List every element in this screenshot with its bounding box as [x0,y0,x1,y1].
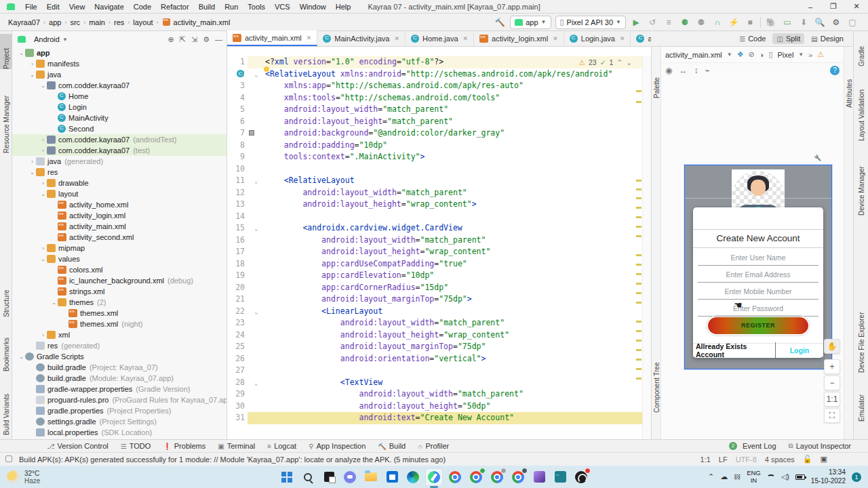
card-view[interactable]: Create New Account Enter User NameEnter … [693,207,823,358]
chevron-icon[interactable]: › [28,159,36,165]
line-ending[interactable]: LF [719,455,728,464]
tree-item-com-codder-kayraa07[interactable]: ⌄com.codder.kayraa07 [12,80,226,91]
chevron-icon[interactable]: › [39,245,47,251]
warning-stripe-mark[interactable] [636,359,642,361]
sdk-manager-icon[interactable]: ⬇ [797,16,810,28]
code-line-31[interactable]: 31 android:text="Create New Account" [227,412,651,424]
code-line-4[interactable]: 4 xmlns:tools="http://schemas.android.co… [227,92,651,104]
tree-item-manifests[interactable]: ›manifests [12,58,226,69]
menu-vcs[interactable]: VCS [270,0,295,14]
warning-stripe-mark[interactable] [636,180,642,182]
fold-icon[interactable]: ⌄ [254,306,258,319]
preview-file-dropdown[interactable]: activity_main.xml [665,51,722,59]
chevron-icon[interactable]: ⌄ [28,72,36,78]
taskbar-edge[interactable] [405,469,421,485]
code-line-9[interactable]: 9 tools:context=".MainActivity"> [227,151,651,163]
close-button[interactable]: ✕ [845,0,868,14]
intention-bulb-icon[interactable] [264,66,269,72]
battery-icon[interactable] [795,474,805,480]
tree-item-mipmap[interactable]: ›mipmap [12,243,226,253]
menu-navigate[interactable]: Navigate [90,0,128,14]
chevron-icon[interactable]: › [39,137,47,143]
design-surface-icon[interactable]: ❖ [737,50,744,59]
taskbar-teal-app[interactable] [552,469,568,485]
code-line-22[interactable]: 22⌄ <LinearLayout [227,306,651,318]
taskbar-task-view[interactable] [321,469,337,485]
tree-item-proguard-rules-pro[interactable]: proguard-rules.pro(ProGuard Rules for Ka… [12,394,226,405]
tree-item-ic-launcher-background-xml[interactable]: ic_launcher_background.xml(debug) [12,275,226,286]
tool-window-emulator[interactable]: Emulator [854,380,868,422]
taskbar-start[interactable] [279,469,295,485]
tree-item-build-gradle[interactable]: build.gradle(Module: Kayraa_07.app) [12,373,226,384]
input-field-enter-mobile-number[interactable]: Enter Mobile Number [698,283,818,300]
code-line-6[interactable]: 6 android:layout_height="match_parent" [227,116,651,128]
tool-window-build-variants[interactable]: Build Variants [0,378,12,435]
code-line-5[interactable]: 5 android:layout_width="match_parent" [227,104,651,116]
tree-item-gradle-scripts[interactable]: ⌄Gradle Scripts [12,351,226,362]
zoom-fit-button[interactable]: ⛶ [824,408,840,423]
phone-preview[interactable]: Create New Account Enter User NameEnter … [684,165,832,369]
pan-hand-button[interactable]: ✋ [824,339,840,354]
tool-window-version-control[interactable]: ⎇Version Control [41,440,115,453]
tool-window-build[interactable]: 🔨Build [372,440,412,453]
tool-window-profiler[interactable]: ∩Profiler [412,440,455,453]
warning-stripe-mark[interactable] [636,340,642,342]
code-line-21[interactable]: 21 android:layout_marginTop="75dp"> [227,293,651,306]
code-line-2[interactable]: 2⌄C<RelativeLayout xmlns:android="http:/… [227,68,651,81]
taskbar-chrome-3[interactable] [489,469,505,485]
chevron-icon[interactable]: › [39,180,47,186]
zoom-out-button[interactable]: − [824,375,840,390]
tool-window-problems[interactable]: ❗Problems [157,440,212,453]
code-line-7[interactable]: 7 android:background="@android:color/dar… [227,127,651,140]
code-line-17[interactable]: 17 android:layout_height="wrap_content" [227,246,651,258]
tool-window-layout-validation[interactable]: Layout Validation [854,73,868,141]
attach-debugger-icon[interactable]: ⚉ [695,16,707,28]
code-line-11[interactable]: 11⌄ <RelativeLayout [227,175,651,187]
chevron-icon[interactable]: ⌄ [39,191,47,197]
tree-item-activity-home-xml[interactable]: activity_home.xml [12,199,226,210]
taskbar-chat[interactable] [342,469,358,485]
warning-stripe-mark[interactable] [636,101,642,103]
zoom-1to1-button[interactable]: 1:1 [824,392,840,407]
code-line-30[interactable]: 30 android:layout_height="50dp" [227,401,651,413]
breadcrumb-item[interactable]: Kayraa07 [7,18,41,26]
tab-mainactivity-java[interactable]: MainActivity.java✕ [317,30,406,46]
editor-scrollbar-marks[interactable] [636,56,642,439]
lock-icon[interactable]: 🔓 [803,455,812,464]
tree-item-mainactivity[interactable]: MainActivity [12,113,226,123]
tree-item-drawable[interactable]: ›drawable [12,178,226,188]
chevron-icon[interactable]: ⌄ [39,83,47,89]
onedrive-icon[interactable]: ☁ [720,472,728,481]
minimize-button[interactable]: – [799,0,822,14]
warning-stripe-mark[interactable] [636,188,642,190]
menu-code[interactable]: Code [129,0,156,14]
project-view-dropdown[interactable]: Android [34,35,60,43]
tree-item-activity-main-xml[interactable]: activity_main.xml [12,221,226,232]
chevron-icon[interactable]: › [39,332,47,338]
notification-badge[interactable]: 1 [852,472,861,482]
tree-item-login[interactable]: Login [12,102,226,113]
warning-stripe-mark[interactable] [636,330,642,332]
tree-item-home[interactable]: Home [12,91,226,102]
code-line-13[interactable]: 13 android:layout_height="wrap_content"> [227,199,651,211]
code-line-24[interactable]: 24 android:layout_height="wrap_content" [227,329,651,342]
close-tab-icon[interactable]: ✕ [463,35,469,42]
fold-icon[interactable]: ⌄ [254,176,258,188]
tree-item-gradle-properties[interactable]: gradle.properties(Project Properties) [12,405,226,416]
taskbar-obs[interactable] [573,469,589,485]
tree-item-build-gradle[interactable]: build.gradle(Project: Kayraa_07) [12,362,226,373]
tree-item-java[interactable]: ⌄java [12,69,226,80]
color-swatch-icon[interactable] [249,130,254,136]
menu-edit[interactable]: Edit [42,0,64,14]
menu-tools[interactable]: Tools [243,0,270,14]
warning-stripe-mark[interactable] [636,207,642,209]
hammer-build-icon[interactable]: 🔨 [494,16,506,28]
language-switcher[interactable]: ENGIN [747,470,761,484]
code-line-27[interactable]: 27 [227,365,651,377]
warning-stripe-mark[interactable] [636,254,642,256]
chevron-icon[interactable]: ⌄ [28,169,36,176]
attributes-tab[interactable]: Attributes [844,63,854,108]
menu-window[interactable]: Window [295,0,331,14]
tool-window-device-file-explorer[interactable]: Device File Explorer [854,293,868,373]
profile-list-icon[interactable]: ≡ [663,16,675,28]
